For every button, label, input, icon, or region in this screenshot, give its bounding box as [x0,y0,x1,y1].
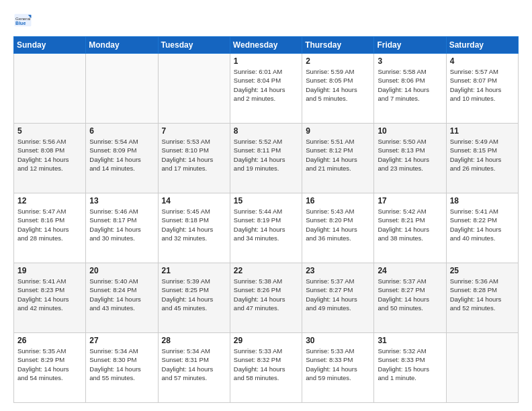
day-info: Sunrise: 5:54 AMSunset: 8:09 PMDaylight:… [89,137,154,173]
week-row-2: 5Sunrise: 5:56 AMSunset: 8:08 PMDaylight… [14,124,519,193]
day-cell: 20Sunrise: 5:40 AMSunset: 8:24 PMDayligh… [86,263,158,333]
svg-text:General: General [15,16,30,21]
day-cell: 28Sunrise: 5:34 AMSunset: 8:31 PMDayligh… [158,333,230,403]
day-info: Sunrise: 5:41 AMSunset: 8:23 PMDaylight:… [17,277,82,312]
day-info: Sunrise: 5:43 AMSunset: 8:20 PMDaylight:… [306,207,370,242]
day-info: Sunrise: 5:38 AMSunset: 8:26 PMDaylight:… [234,277,298,312]
day-number: 3 [378,56,442,66]
day-cell: 6Sunrise: 5:54 AMSunset: 8:09 PMDaylight… [86,124,158,193]
day-number: 13 [89,196,154,205]
logo: General Blue [13,11,35,30]
day-cell: 1Sunrise: 6:01 AMSunset: 8:04 PMDaylight… [230,54,302,124]
day-number: 27 [89,336,154,345]
day-number: 29 [234,336,298,345]
day-number: 28 [162,336,226,345]
day-cell: 25Sunrise: 5:36 AMSunset: 8:28 PMDayligh… [446,263,518,333]
day-cell: 8Sunrise: 5:52 AMSunset: 8:11 PMDaylight… [230,124,302,193]
day-number: 8 [234,126,298,136]
day-info: Sunrise: 5:52 AMSunset: 8:11 PMDaylight:… [234,137,298,173]
day-cell: 14Sunrise: 5:45 AMSunset: 8:18 PMDayligh… [158,193,230,263]
day-number: 5 [17,126,82,136]
day-cell [14,54,86,124]
weekday-header-saturday: Saturday [446,37,518,54]
day-info: Sunrise: 5:50 AMSunset: 8:13 PMDaylight:… [378,137,442,173]
day-info: Sunrise: 5:58 AMSunset: 8:06 PMDaylight:… [378,67,442,103]
day-number: 6 [89,126,154,136]
logo-icon: General Blue [13,11,32,30]
day-cell: 12Sunrise: 5:47 AMSunset: 8:16 PMDayligh… [14,193,86,263]
day-info: Sunrise: 5:32 AMSunset: 8:33 PMDaylight:… [378,347,442,382]
weekday-header-sunday: Sunday [14,37,86,54]
day-number: 4 [450,56,515,66]
header: General Blue [13,11,519,30]
day-info: Sunrise: 5:40 AMSunset: 8:24 PMDaylight:… [89,277,154,312]
day-info: Sunrise: 6:01 AMSunset: 8:04 PMDaylight:… [234,67,298,103]
day-cell: 18Sunrise: 5:41 AMSunset: 8:22 PMDayligh… [446,193,518,263]
day-number: 18 [450,196,515,205]
day-number: 17 [378,196,442,205]
day-cell: 26Sunrise: 5:35 AMSunset: 8:29 PMDayligh… [14,333,86,403]
day-number: 1 [234,56,298,66]
week-row-4: 19Sunrise: 5:41 AMSunset: 8:23 PMDayligh… [14,263,519,333]
day-cell: 3Sunrise: 5:58 AMSunset: 8:06 PMDaylight… [374,54,446,124]
day-number: 23 [306,266,370,275]
day-info: Sunrise: 5:39 AMSunset: 8:25 PMDaylight:… [162,277,226,312]
day-info: Sunrise: 5:57 AMSunset: 8:07 PMDaylight:… [450,67,515,103]
day-cell: 2Sunrise: 5:59 AMSunset: 8:05 PMDaylight… [302,54,374,124]
day-info: Sunrise: 5:44 AMSunset: 8:19 PMDaylight:… [234,207,298,242]
day-cell: 19Sunrise: 5:41 AMSunset: 8:23 PMDayligh… [14,263,86,333]
day-number: 12 [17,196,82,205]
day-info: Sunrise: 5:59 AMSunset: 8:05 PMDaylight:… [306,67,370,103]
calendar: SundayMondayTuesdayWednesdayThursdayFrid… [13,36,519,403]
day-cell: 21Sunrise: 5:39 AMSunset: 8:25 PMDayligh… [158,263,230,333]
day-cell: 5Sunrise: 5:56 AMSunset: 8:08 PMDaylight… [14,124,86,193]
day-info: Sunrise: 5:33 AMSunset: 8:32 PMDaylight:… [234,347,298,382]
day-info: Sunrise: 5:36 AMSunset: 8:28 PMDaylight:… [450,277,515,312]
week-row-1: 1Sunrise: 6:01 AMSunset: 8:04 PMDaylight… [14,54,519,124]
day-number: 22 [234,266,298,275]
day-cell: 23Sunrise: 5:37 AMSunset: 8:27 PMDayligh… [302,263,374,333]
page: General Blue SundayMondayTuesdayWednesda… [0,0,532,411]
day-number: 21 [162,266,226,275]
weekday-header-friday: Friday [374,37,446,54]
day-info: Sunrise: 5:46 AMSunset: 8:17 PMDaylight:… [89,207,154,242]
weekday-header-thursday: Thursday [302,37,374,54]
day-info: Sunrise: 5:41 AMSunset: 8:22 PMDaylight:… [450,207,515,242]
day-info: Sunrise: 5:51 AMSunset: 8:12 PMDaylight:… [306,137,370,173]
day-info: Sunrise: 5:47 AMSunset: 8:16 PMDaylight:… [17,207,82,242]
day-cell [86,54,158,124]
day-info: Sunrise: 5:56 AMSunset: 8:08 PMDaylight:… [17,137,82,173]
day-info: Sunrise: 5:45 AMSunset: 8:18 PMDaylight:… [162,207,226,242]
day-number: 11 [450,126,515,136]
day-info: Sunrise: 5:49 AMSunset: 8:15 PMDaylight:… [450,137,515,173]
day-number: 25 [450,266,515,275]
day-number: 24 [378,266,442,275]
day-cell: 27Sunrise: 5:34 AMSunset: 8:30 PMDayligh… [86,333,158,403]
day-info: Sunrise: 5:42 AMSunset: 8:21 PMDaylight:… [378,207,442,242]
weekday-header-monday: Monday [86,37,158,54]
day-number: 26 [17,336,82,345]
day-number: 30 [306,336,370,345]
day-info: Sunrise: 5:33 AMSunset: 8:33 PMDaylight:… [306,347,370,382]
day-info: Sunrise: 5:34 AMSunset: 8:30 PMDaylight:… [89,347,154,382]
day-cell: 13Sunrise: 5:46 AMSunset: 8:17 PMDayligh… [86,193,158,263]
svg-text:Blue: Blue [15,21,26,26]
day-number: 16 [306,196,370,205]
weekday-header-tuesday: Tuesday [158,37,230,54]
day-cell: 22Sunrise: 5:38 AMSunset: 8:26 PMDayligh… [230,263,302,333]
day-cell: 7Sunrise: 5:53 AMSunset: 8:10 PMDaylight… [158,124,230,193]
day-number: 14 [162,196,226,205]
day-number: 20 [89,266,154,275]
day-cell: 29Sunrise: 5:33 AMSunset: 8:32 PMDayligh… [230,333,302,403]
day-number: 9 [306,126,370,136]
day-number: 31 [378,336,442,345]
day-cell: 4Sunrise: 5:57 AMSunset: 8:07 PMDaylight… [446,54,518,124]
week-row-3: 12Sunrise: 5:47 AMSunset: 8:16 PMDayligh… [14,193,519,263]
day-cell [446,333,518,403]
day-cell: 16Sunrise: 5:43 AMSunset: 8:20 PMDayligh… [302,193,374,263]
day-number: 15 [234,196,298,205]
day-cell: 31Sunrise: 5:32 AMSunset: 8:33 PMDayligh… [374,333,446,403]
day-info: Sunrise: 5:37 AMSunset: 8:27 PMDaylight:… [306,277,370,312]
day-number: 7 [162,126,226,136]
day-cell: 17Sunrise: 5:42 AMSunset: 8:21 PMDayligh… [374,193,446,263]
